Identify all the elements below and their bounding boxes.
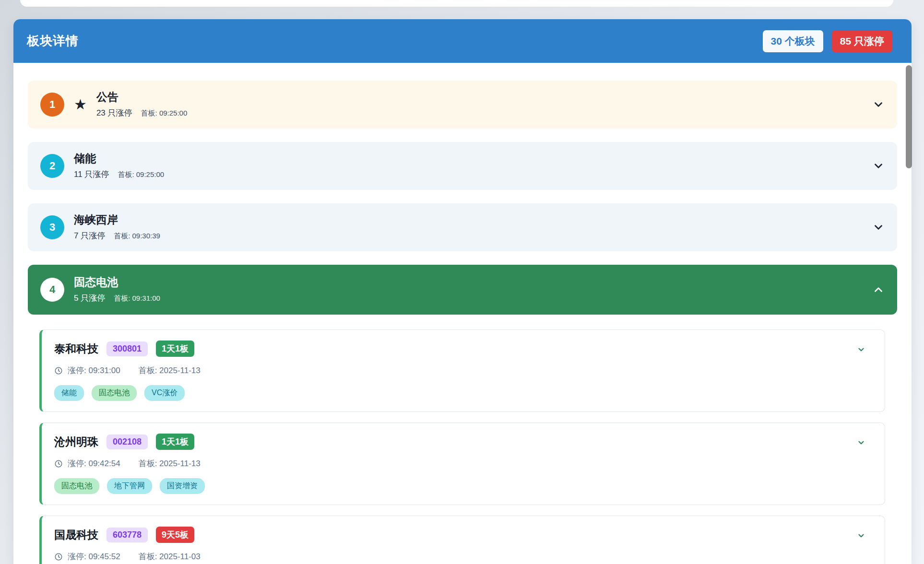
rank-badge: 3 — [40, 215, 64, 239]
sector-subtitle: 23 只涨停 首板: 09:25:00 — [96, 107, 187, 118]
panel-header: 板块详情 30 个板块 85 只涨停 — [13, 19, 912, 63]
scrollbar-thumb[interactable] — [906, 65, 912, 168]
sector-list: 1 ★ 公告 23 只涨停 首板: 09:25:00 2 储能 11 只涨停 首… — [13, 63, 912, 564]
stock-title-row: 泰和科技 300801 1天1板 — [54, 341, 872, 357]
chevron-down-icon[interactable] — [872, 160, 885, 172]
tag-chip: 固态电池 — [54, 478, 99, 494]
limit-up-time: 涨停: 09:31:00 — [68, 365, 120, 376]
stock-info-row: 涨停: 09:42:54 首板: 2025-11-13 — [54, 458, 872, 469]
rank-badge: 4 — [40, 278, 64, 302]
stock-card-taihekeji[interactable]: 泰和科技 300801 1天1板 涨停: 09:31:00 首板: 2025-1… — [39, 329, 885, 412]
stock-card-list: 泰和科技 300801 1天1板 涨停: 09:31:00 首板: 2025-1… — [39, 329, 885, 564]
stock-tags: 储能 固态电池 VC涨价 — [54, 385, 872, 401]
sector-subtitle: 5 只涨停 首板: 09:31:00 — [74, 293, 160, 304]
chevron-down-icon[interactable] — [857, 531, 865, 540]
board-streak-badge: 9天5板 — [156, 527, 194, 543]
stock-title-row: 沧州明珠 002108 1天1板 — [54, 434, 872, 450]
sector-first-board-time: 首板: 09:30:39 — [114, 232, 160, 241]
rank-badge: 2 — [40, 154, 64, 178]
sector-name: 固态电池 — [74, 276, 160, 289]
stock-tags: 固态电池 地下管网 国资增资 — [54, 478, 872, 494]
sector-limit-up-count: 7 只涨停 — [74, 230, 105, 241]
sector-row-gutaidianchi[interactable]: 4 固态电池 5 只涨停 首板: 09:31:00 — [28, 265, 897, 315]
sector-subtitle: 7 只涨停 首板: 09:30:39 — [74, 230, 160, 241]
limit-up-count-badge: 85 只涨停 — [832, 30, 892, 52]
sector-subtitle: 11 只涨停 首板: 09:25:00 — [74, 169, 164, 180]
tag-chip: 储能 — [54, 385, 84, 401]
sector-first-board-time: 首板: 09:25:00 — [141, 109, 188, 118]
stock-name: 国晟科技 — [54, 528, 98, 542]
stock-code-badge: 300801 — [107, 341, 148, 356]
stock-info-row: 涨停: 09:31:00 首板: 2025-11-13 — [54, 365, 872, 376]
sector-row-haixiaxian[interactable]: 3 海峡西岸 7 只涨停 首板: 09:30:39 — [28, 203, 897, 251]
stock-title-row: 国晟科技 603778 9天5板 — [54, 527, 872, 543]
sector-name: 储能 — [74, 152, 164, 165]
sector-first-board-time: 首板: 09:25:00 — [118, 170, 164, 179]
sector-info: 海峡西岸 7 只涨停 首板: 09:30:39 — [74, 213, 160, 241]
sector-info: 固态电池 5 只涨停 首板: 09:31:00 — [74, 276, 160, 304]
tag-chip: 地下管网 — [107, 478, 152, 494]
sector-limit-up-count: 11 只涨停 — [74, 169, 109, 180]
sector-limit-up-count: 23 只涨停 — [96, 107, 132, 118]
sector-limit-up-count: 5 只涨停 — [74, 293, 105, 304]
first-board-date: 首板: 2025-11-13 — [139, 365, 201, 376]
clock-icon — [54, 459, 63, 468]
sector-name: 公告 — [96, 91, 187, 104]
sector-row-chuneng[interactable]: 2 储能 11 只涨停 首板: 09:25:00 — [28, 142, 897, 190]
clock-icon — [54, 552, 63, 561]
stock-info-row: 涨停: 09:45:52 首板: 2025-11-03 — [54, 551, 872, 562]
page-title: 板块详情 — [27, 33, 79, 49]
sector-row-gonggao[interactable]: 1 ★ 公告 23 只涨停 首板: 09:25:00 — [28, 81, 897, 129]
stock-card-guoshengkeji[interactable]: 国晟科技 603778 9天5板 涨停: 09:45:52 首板: 2025-1… — [39, 516, 885, 564]
clock-icon — [54, 366, 63, 375]
rank-badge: 1 — [40, 93, 64, 117]
stock-name: 沧州明珠 — [54, 435, 98, 449]
board-streak-badge: 1天1板 — [156, 434, 194, 450]
limit-up-time: 涨停: 09:45:52 — [68, 551, 120, 562]
limit-up-time: 涨停: 09:42:54 — [68, 458, 120, 469]
tag-chip: 国资增资 — [160, 478, 205, 494]
chevron-down-icon[interactable] — [872, 221, 885, 234]
first-board-date: 首板: 2025-11-03 — [139, 551, 201, 562]
sector-detail-panel: 板块详情 30 个板块 85 只涨停 1 ★ 公告 23 只涨停 首板: 09:… — [13, 19, 912, 564]
sector-info: 公告 23 只涨停 首板: 09:25:00 — [96, 91, 187, 118]
chevron-down-icon[interactable] — [872, 98, 885, 111]
star-icon[interactable]: ★ — [74, 97, 87, 112]
stock-card-cangzhoumingzhu[interactable]: 沧州明珠 002108 1天1板 涨停: 09:42:54 首板: 2025-1… — [39, 423, 885, 505]
header-badges: 30 个板块 85 只涨停 — [763, 30, 892, 52]
stock-name: 泰和科技 — [54, 341, 98, 356]
stock-code-badge: 603778 — [107, 528, 148, 542]
chevron-down-icon[interactable] — [857, 345, 865, 354]
tag-chip: 固态电池 — [92, 385, 137, 401]
first-board-date: 首板: 2025-11-13 — [139, 458, 201, 469]
chevron-up-icon[interactable] — [872, 283, 885, 296]
sector-first-board-time: 首板: 09:31:00 — [114, 294, 160, 303]
stock-code-badge: 002108 — [107, 435, 148, 449]
previous-card-edge — [20, 0, 893, 7]
sector-name: 海峡西岸 — [74, 213, 160, 227]
chevron-down-icon[interactable] — [857, 438, 865, 447]
tag-chip: VC涨价 — [144, 385, 185, 401]
sector-count-badge: 30 个板块 — [763, 30, 823, 52]
board-streak-badge: 1天1板 — [156, 341, 194, 357]
sector-info: 储能 11 只涨停 首板: 09:25:00 — [74, 152, 164, 180]
